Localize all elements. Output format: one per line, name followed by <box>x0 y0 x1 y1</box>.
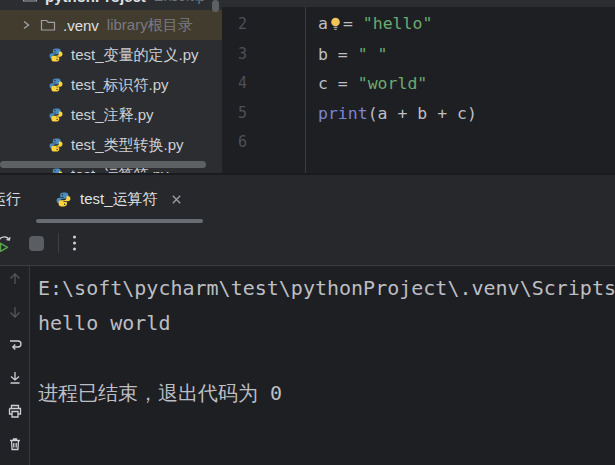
file-name: test_类型转换.py <box>71 136 184 155</box>
folder-icon <box>22 0 38 4</box>
file-name: test_变量的定义.py <box>71 46 199 65</box>
line-number: 4 <box>222 69 305 99</box>
up-arrow-icon[interactable] <box>7 271 23 287</box>
close-icon[interactable] <box>170 193 183 206</box>
print-icon[interactable] <box>7 403 23 419</box>
tree-row-file[interactable]: test_类型转换.py <box>0 130 222 160</box>
tree-row-file[interactable]: test_注释.py <box>0 100 222 130</box>
code-editor[interactable]: 2a= "hello"3b = " "4c = "world"5print(a … <box>222 0 615 173</box>
rerun-icon[interactable] <box>0 234 15 253</box>
line-number: 5 <box>222 99 305 129</box>
file-name: test_标识符.py <box>71 76 169 95</box>
python-file-icon <box>48 77 64 93</box>
console-output[interactable]: E:\soft\pycharm\test\pythonProject\.venv… <box>30 266 615 465</box>
toolbar-separator <box>58 233 59 253</box>
python-file-icon <box>55 191 72 208</box>
active-tab-underline <box>36 219 203 223</box>
project-root-path: E:\soft\p <box>154 0 205 4</box>
line-number: 6 <box>222 128 305 158</box>
scroll-to-end-icon[interactable] <box>7 370 23 386</box>
run-tool-window: 运行 test_运算符 <box>0 173 615 465</box>
console-line: hello world <box>38 306 615 341</box>
down-arrow-icon[interactable] <box>7 304 23 320</box>
console-toolbar <box>0 266 30 465</box>
editor-top-strip <box>222 0 615 7</box>
project-tree-panel: pythonProject E:\soft\p .venv library根目录… <box>0 0 222 173</box>
code-line[interactable]: 3b = " " <box>222 40 615 70</box>
python-file-icon <box>48 137 64 153</box>
stop-icon[interactable] <box>29 236 44 251</box>
project-tree-rows: pythonProject E:\soft\p .venv library根目录… <box>0 0 222 173</box>
chevron-right-icon[interactable] <box>20 19 32 31</box>
horizontal-scrollbar-thumb[interactable] <box>0 161 206 168</box>
tree-row-project-root[interactable]: pythonProject E:\soft\p <box>0 0 222 10</box>
code-line[interactable]: 2a= "hello" <box>222 10 615 40</box>
venv-annotation: library根目录 <box>107 16 193 35</box>
console-line <box>38 341 615 376</box>
code-line[interactable]: 6 <box>222 128 615 158</box>
code-line[interactable]: 5print(a + b + c) <box>222 99 615 129</box>
clear-all-icon[interactable] <box>7 436 23 452</box>
folder-icon <box>40 17 56 33</box>
run-tab-label: test_运算符 <box>80 190 158 209</box>
code-lines: 2a= "hello"3b = " "4c = "world"5print(a … <box>222 10 615 158</box>
run-tab[interactable]: test_运算符 <box>55 190 183 209</box>
line-number: 2 <box>222 10 305 40</box>
code-line[interactable]: 4c = "world" <box>222 69 615 99</box>
console-line: 进程已结束，退出代码为 0 <box>38 376 615 411</box>
run-tool-window-title: 运行 <box>0 190 23 209</box>
venv-name: .venv <box>63 17 99 34</box>
file-name: test_注释.py <box>71 106 154 125</box>
soft-wrap-icon[interactable] <box>7 337 23 353</box>
tree-row-file[interactable]: test_变量的定义.py <box>0 40 222 70</box>
vertical-scrollbar-thumb[interactable] <box>212 0 219 12</box>
run-tool-window-header: 运行 test_运算符 <box>0 175 615 223</box>
tree-row-file[interactable]: test_标识符.py <box>0 70 222 100</box>
python-file-icon <box>48 107 64 123</box>
project-root-name: pythonProject <box>45 0 146 5</box>
pycharm-window: pythonProject E:\soft\p .venv library根目录… <box>0 0 615 465</box>
more-options-icon[interactable] <box>72 234 77 252</box>
console-area: E:\soft\pycharm\test\pythonProject\.venv… <box>0 265 615 465</box>
top-split-area: pythonProject E:\soft\p .venv library根目录… <box>0 0 615 173</box>
intention-bulb-icon[interactable] <box>329 12 342 42</box>
console-line: E:\soft\pycharm\test\pythonProject\.venv… <box>38 271 615 306</box>
tree-row-venv[interactable]: .venv library根目录 <box>0 10 222 40</box>
python-file-icon <box>48 47 64 63</box>
run-toolbar <box>0 223 615 263</box>
line-number: 3 <box>222 40 305 70</box>
